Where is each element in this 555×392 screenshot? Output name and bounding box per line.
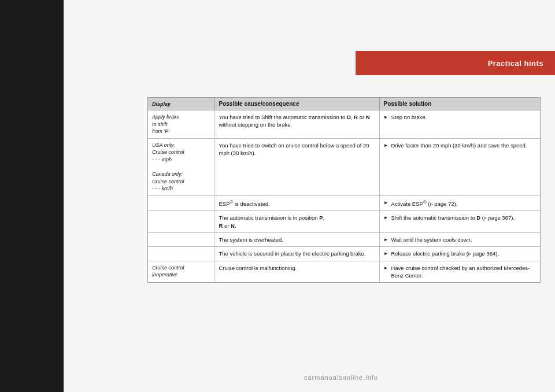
table-row: The vehicle is secured in place by the e… <box>148 247 540 261</box>
cell-cause: The automatic transmission is in positio… <box>214 211 379 233</box>
col-header-solution: Possible solution <box>379 98 540 110</box>
cell-display <box>148 195 214 210</box>
cell-cause: You have tried to switch on cruise contr… <box>214 138 379 195</box>
table-row: USA only:Cruise control- - - mphCanada o… <box>148 138 540 195</box>
cell-display <box>148 211 214 233</box>
cell-cause: The system is overheated. <box>214 232 379 246</box>
cell-solution: ►Step on brake. <box>379 110 540 139</box>
header-banner: Practical hints <box>356 51 555 75</box>
cell-display: USA only:Cruise control- - - mphCanada o… <box>148 138 214 195</box>
cell-solution: ►Shift the automatic transmission to D (… <box>379 211 540 233</box>
cell-cause: Cruise control is malfunctioning. <box>214 261 379 282</box>
cell-cause: The vehicle is secured in place by the e… <box>214 247 379 261</box>
content-area: Practical hints Display Possible cause/c… <box>64 0 555 392</box>
col-header-cause: Possible cause/consequence <box>214 98 379 110</box>
cell-display: Cruise controlinoperative <box>148 261 214 282</box>
cell-display <box>148 232 214 246</box>
table-row: ESP® is deactivated.►Activate ESP® (▹ pa… <box>148 195 540 210</box>
cell-cause: ESP® is deactivated. <box>214 195 379 210</box>
col-header-display: Display <box>148 98 214 110</box>
table-header-row: Display Possible cause/consequence Possi… <box>148 98 540 110</box>
cell-display <box>148 247 214 261</box>
cell-solution: ►Wait until the system cools down. <box>379 232 540 246</box>
cell-cause: You have tried to Shift the automatic tr… <box>214 110 379 139</box>
cell-solution: ►Release electric parking brake (▹ page … <box>379 247 540 261</box>
table-row: Cruise controlinoperativeCruise control … <box>148 261 540 282</box>
table-row: The system is overheated.►Wait until the… <box>148 232 540 246</box>
table-row: The automatic transmission is in positio… <box>148 211 540 233</box>
data-table: Display Possible cause/consequence Possi… <box>148 98 540 282</box>
watermark-text: carmanualsonline.info <box>304 374 378 381</box>
cell-solution: ►Have cruise control checked by an autho… <box>379 261 540 282</box>
data-table-container: Display Possible cause/consequence Possi… <box>147 97 541 283</box>
cell-display: Apply braketo shiftfrom 'P' <box>148 110 214 139</box>
cell-solution: ►Activate ESP® (▹ page 72). <box>379 195 540 210</box>
table-row: Apply braketo shiftfrom 'P'You have trie… <box>148 110 540 139</box>
watermark-area: carmanualsonline.info <box>127 363 555 392</box>
page-title: Practical hints <box>488 59 543 68</box>
cell-solution: ►Drive faster than 20 mph (30 km/h) and … <box>379 138 540 195</box>
